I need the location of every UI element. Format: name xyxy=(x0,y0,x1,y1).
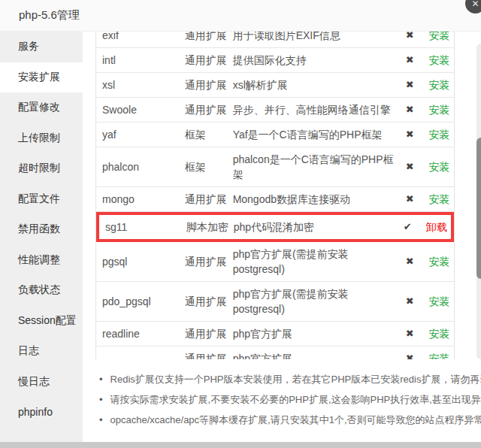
extension-type: 框架 xyxy=(185,123,233,147)
table-row: Swoole 通用扩展 异步、并行、高性能网络通信引擎 ✖ 安装 xyxy=(96,98,454,123)
extension-name xyxy=(96,354,185,359)
sidebar-item-log[interactable]: 日志 xyxy=(0,336,83,367)
note-item: • 请按实际需求安装扩展,不要安装不必要的PHP扩展,这会影响PHP执行效率,甚… xyxy=(99,389,481,410)
sidebar-item-label: 服务 xyxy=(18,40,39,53)
not-installed-cross-icon: ✖ xyxy=(406,79,414,90)
table-row: 通用扩展 php官方扩展 ✖ 安装 xyxy=(96,347,454,359)
install-button[interactable]: 安装 xyxy=(429,129,450,141)
sidebar-item-upload-limit[interactable]: 上传限制 xyxy=(0,123,83,154)
sidebar-item-disabled-functions[interactable]: 禁用函数 xyxy=(0,214,83,245)
table-row: pdo_pgsql 通用扩展 php官方扩展(需提前安装postgresql) … xyxy=(96,282,454,322)
not-installed-cross-icon: ✖ xyxy=(406,129,414,140)
extension-description: phalcon是一个C语言编写的PHP框架 xyxy=(233,147,395,186)
table-row: intl 通用扩展 提供国际化支持 ✖ 安装 xyxy=(96,48,454,73)
table-row: exif 通用扩展 用于读取图片EXIF信息 ✖ 安装 xyxy=(96,32,454,48)
extension-type: 通用扩展 xyxy=(185,187,233,211)
bullet-icon: • xyxy=(99,389,103,410)
sidebar-item-label: phpinfo xyxy=(18,406,53,418)
note-text: Redis扩展仅支持一个PHP版本安装使用，若在其它PHP版本已安装redis扩… xyxy=(110,369,481,389)
extensions-table-viewport: exif 通用扩展 用于读取图片EXIF信息 ✖ 安装 intl 通用扩展 提供… xyxy=(95,32,455,359)
extension-type: 通用扩展 xyxy=(185,347,233,359)
install-button[interactable]: 安装 xyxy=(429,32,450,41)
sidebar-item-label: 配置文件 xyxy=(18,192,60,206)
extension-type: 通用扩展 xyxy=(185,98,233,122)
not-installed-cross-icon: ✖ xyxy=(406,256,414,267)
sidebar-item-label: 慢日志 xyxy=(18,375,50,389)
install-button[interactable]: 安装 xyxy=(429,353,450,359)
sidebar-item-label: 性能调整 xyxy=(18,253,60,267)
table-row: readline 通用扩展 php官方扩展 ✖ 安装 xyxy=(96,322,454,347)
scrollbar-thumb[interactable] xyxy=(476,138,481,279)
extension-name: xsl xyxy=(96,73,185,97)
extension-type: 通用扩展 xyxy=(185,289,233,313)
install-button[interactable]: 安装 xyxy=(429,161,450,173)
extension-description: Mongodb数据库连接驱动 xyxy=(233,187,395,211)
extension-description: xsl解析扩展 xyxy=(233,73,395,97)
sidebar-item-label: 日志 xyxy=(18,344,39,358)
extension-description: 用于读取图片EXIF信息 xyxy=(233,32,395,47)
table-row: xsl 通用扩展 xsl解析扩展 ✖ 安装 xyxy=(96,73,454,98)
extension-name: phalcon xyxy=(96,155,185,179)
extension-description: 异步、并行、高性能网络通信引擎 xyxy=(233,98,395,122)
sidebar-item-load-status[interactable]: 负载状态 xyxy=(0,275,83,306)
sidebar-item-service[interactable]: 服务 xyxy=(0,32,83,62)
install-button[interactable]: 安装 xyxy=(429,256,450,268)
table-row: pgsql 通用扩展 php官方扩展(需提前安装postgresql) ✖ 安装 xyxy=(96,242,454,282)
sidebar: 服务 安装扩展 配置修改 上传限制 超时限制 配置文件 禁用函数 性能调整 负载… xyxy=(0,32,83,442)
sidebar-item-install-extensions[interactable]: 安装扩展 xyxy=(0,62,83,93)
sidebar-item-timeout-limit[interactable]: 超时限制 xyxy=(0,153,83,184)
extensions-table: exif 通用扩展 用于读取图片EXIF信息 ✖ 安装 intl 通用扩展 提供… xyxy=(96,32,454,359)
extension-type: 通用扩展 xyxy=(185,322,233,346)
sidebar-item-config-file[interactable]: 配置文件 xyxy=(0,184,83,215)
sidebar-item-label: 负载状态 xyxy=(18,283,60,297)
extension-name: Swoole xyxy=(96,98,185,122)
extension-type: 通用扩展 xyxy=(185,48,233,72)
dialog-header: php-5.6管理 xyxy=(0,0,481,32)
extension-name: readline xyxy=(96,322,185,346)
sidebar-item-label: 安装扩展 xyxy=(18,71,60,84)
not-installed-cross-icon: ✖ xyxy=(406,104,414,115)
sidebar-item-phpinfo[interactable]: phpinfo xyxy=(0,397,83,428)
not-installed-cross-icon: ✖ xyxy=(406,295,414,307)
extension-description: 提供国际化支持 xyxy=(233,48,395,72)
install-button[interactable]: 安装 xyxy=(429,328,450,340)
install-button[interactable]: 安装 xyxy=(429,104,450,116)
install-button[interactable]: 安装 xyxy=(429,193,450,205)
extension-name: yaf xyxy=(96,123,185,147)
not-installed-cross-icon: ✖ xyxy=(406,353,414,359)
extension-name: pdo_pgsql xyxy=(96,289,185,313)
sidebar-item-performance-tuning[interactable]: 性能调整 xyxy=(0,245,83,276)
close-icon: ✕ xyxy=(471,0,479,9)
extension-name: sg11 xyxy=(99,215,186,239)
sidebar-item-label: 上传限制 xyxy=(18,132,60,145)
install-button[interactable]: 安装 xyxy=(429,79,450,91)
not-installed-cross-icon: ✖ xyxy=(406,161,414,172)
sidebar-item-label: 超时限制 xyxy=(18,162,60,175)
install-button[interactable]: 安装 xyxy=(429,54,450,66)
extension-description: php官方扩展(需提前安装postgresql) xyxy=(233,282,395,321)
note-text: 请按实际需求安装扩展,不要安装不必要的PHP扩展,这会影响PHP执行效率,甚至出… xyxy=(110,389,481,410)
table-row: mongo 通用扩展 Mongodb数据库连接驱动 ✖ 安装 xyxy=(96,187,454,212)
note-item: • opcache/xcache/apc等脚本缓存扩展,请只安装其中1个,否则可… xyxy=(99,410,481,430)
extension-type: 框架 xyxy=(185,155,233,179)
sidebar-item-label: 配置修改 xyxy=(18,101,60,114)
extension-type: 通用扩展 xyxy=(185,32,233,47)
dialog-body: 服务 安装扩展 配置修改 上传限制 超时限制 配置文件 禁用函数 性能调整 负载… xyxy=(0,32,481,442)
sidebar-item-slow-log[interactable]: 慢日志 xyxy=(0,367,83,398)
extension-type: 脚本加密 xyxy=(186,215,234,239)
bullet-icon: • xyxy=(99,410,103,430)
installed-check-icon: ✔ xyxy=(404,221,412,232)
table-row: sg11 脚本加密 php代码混淆加密 ✔ 卸载 xyxy=(96,212,454,242)
sidebar-item-session-config[interactable]: Session配置 xyxy=(0,306,83,337)
uninstall-button[interactable]: 卸载 xyxy=(426,221,447,233)
sidebar-item-config-edit[interactable]: 配置修改 xyxy=(0,92,83,123)
extension-name: pgsql xyxy=(96,250,185,274)
sidebar-item-label: 禁用函数 xyxy=(18,222,60,236)
page-title: php-5.6管理 xyxy=(19,8,80,23)
table-row: phalcon 框架 phalcon是一个C语言编写的PHP框架 ✖ 安装 xyxy=(96,147,454,187)
scrollbar-track[interactable] xyxy=(476,44,481,359)
not-installed-cross-icon: ✖ xyxy=(406,328,414,339)
install-button[interactable]: 安装 xyxy=(429,295,450,307)
extension-name: mongo xyxy=(96,187,185,211)
bullet-icon: • xyxy=(99,369,103,389)
